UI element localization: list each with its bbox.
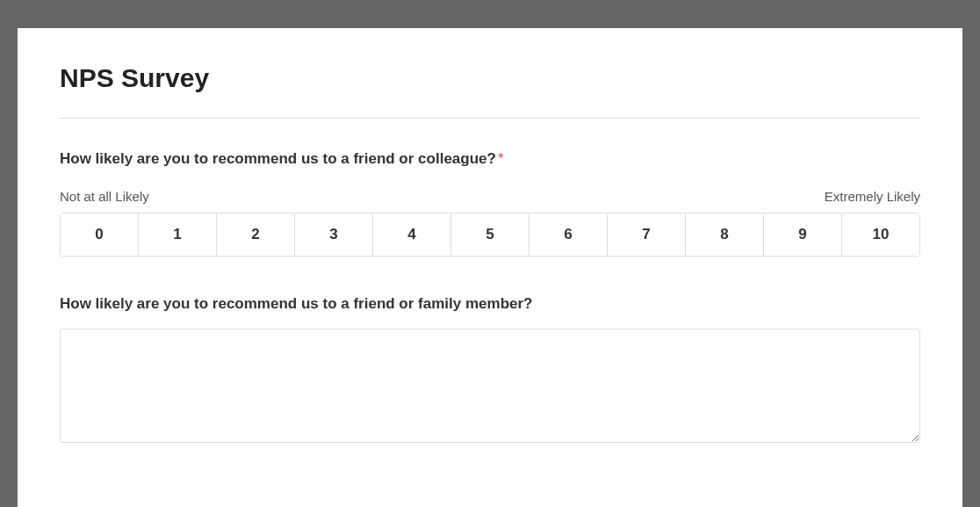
scale-right-label: Extremely Likely — [825, 189, 920, 204]
divider — [60, 118, 920, 119]
nps-option-9[interactable]: 9 — [764, 213, 842, 257]
scale-left-label: Not at all Likely — [60, 189, 149, 204]
survey-title: NPS Survey — [60, 63, 920, 93]
question-textarea: How likely are you to recommend us to a … — [60, 295, 920, 446]
question1-text: How likely are you to recommend us to a … — [60, 150, 496, 167]
nps-option-0[interactable]: 0 — [60, 213, 139, 257]
survey-page: NPS Survey How likely are you to recomme… — [18, 28, 962, 507]
nps-option-3[interactable]: 3 — [295, 213, 373, 257]
nps-option-8[interactable]: 8 — [686, 213, 764, 257]
question1-label: How likely are you to recommend us to a … — [60, 150, 920, 168]
nps-option-10[interactable]: 10 — [842, 213, 920, 257]
nps-option-1[interactable]: 1 — [139, 213, 217, 257]
nps-option-4[interactable]: 4 — [373, 213, 451, 257]
required-marker: * — [498, 150, 504, 167]
question2-label: How likely are you to recommend us to a … — [60, 295, 920, 313]
scale-end-labels: Not at all Likely Extremely Likely — [60, 189, 920, 204]
question-nps-scale: How likely are you to recommend us to a … — [60, 150, 920, 257]
nps-scale-row: 0 1 2 3 4 5 6 7 8 9 10 — [60, 213, 920, 257]
nps-option-7[interactable]: 7 — [608, 213, 686, 257]
nps-option-6[interactable]: 6 — [530, 213, 608, 257]
nps-option-2[interactable]: 2 — [217, 213, 295, 257]
nps-option-5[interactable]: 5 — [451, 213, 530, 257]
question2-textarea[interactable] — [60, 329, 920, 443]
